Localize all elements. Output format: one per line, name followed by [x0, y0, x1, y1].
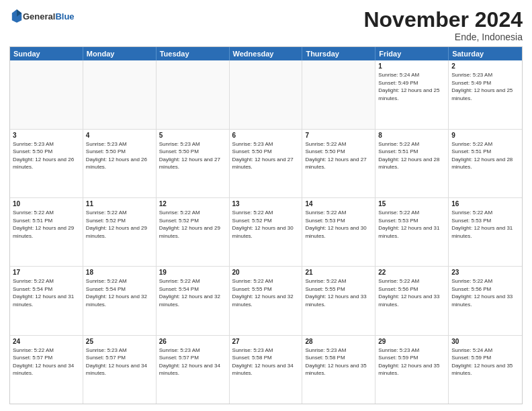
- cal-cell-r4-c0: 24Sunrise: 5:22 AM Sunset: 5:57 PM Dayli…: [10, 336, 83, 404]
- day-number-11: 11: [86, 200, 153, 208]
- cal-cell-r3-c1: 18Sunrise: 5:22 AM Sunset: 5:54 PM Dayli…: [83, 267, 157, 334]
- cal-cell-r2-c2: 12Sunrise: 5:22 AM Sunset: 5:52 PM Dayli…: [157, 198, 230, 266]
- day-number-24: 24: [13, 338, 80, 345]
- cal-cell-r1-c5: 8Sunrise: 5:22 AM Sunset: 5:51 PM Daylig…: [375, 130, 449, 197]
- cal-row-3: 17Sunrise: 5:22 AM Sunset: 5:54 PM Dayli…: [10, 266, 522, 334]
- calendar-title: November 2024: [363, 8, 523, 32]
- day-number-13: 13: [232, 200, 300, 208]
- day-number-16: 16: [451, 200, 519, 208]
- day-info-9: Sunrise: 5:22 AM Sunset: 5:51 PM Dayligh…: [451, 140, 519, 171]
- cal-cell-r0-c4: [302, 60, 375, 128]
- cal-cell-r3-c2: 19Sunrise: 5:22 AM Sunset: 5:54 PM Dayli…: [157, 267, 230, 334]
- day-number-15: 15: [378, 200, 445, 208]
- header-friday: Friday: [375, 47, 449, 60]
- day-info-14: Sunrise: 5:22 AM Sunset: 5:53 PM Dayligh…: [305, 209, 372, 240]
- cal-cell-r4-c2: 26Sunrise: 5:23 AM Sunset: 5:57 PM Dayli…: [157, 336, 230, 404]
- calendar-location: Ende, Indonesia: [363, 32, 523, 42]
- cal-row-4: 24Sunrise: 5:22 AM Sunset: 5:57 PM Dayli…: [10, 335, 522, 404]
- day-number-17: 17: [13, 269, 80, 276]
- cal-cell-r4-c5: 29Sunrise: 5:23 AM Sunset: 5:59 PM Dayli…: [375, 336, 449, 404]
- cal-cell-r0-c3: [230, 60, 303, 128]
- page: GeneralBlue November 2024 Ende, Indonesi…: [0, 0, 532, 411]
- day-number-2: 2: [451, 62, 519, 70]
- day-info-24: Sunrise: 5:22 AM Sunset: 5:57 PM Dayligh…: [13, 347, 80, 377]
- day-info-3: Sunrise: 5:23 AM Sunset: 5:50 PM Dayligh…: [13, 140, 80, 171]
- cal-cell-r1-c4: 7Sunrise: 5:22 AM Sunset: 5:50 PM Daylig…: [302, 130, 375, 197]
- cal-cell-r1-c1: 4Sunrise: 5:23 AM Sunset: 5:50 PM Daylig…: [83, 130, 157, 197]
- day-number-4: 4: [86, 132, 153, 139]
- cal-cell-r1-c0: 3Sunrise: 5:23 AM Sunset: 5:50 PM Daylig…: [10, 130, 83, 197]
- day-info-11: Sunrise: 5:22 AM Sunset: 5:52 PM Dayligh…: [86, 209, 153, 240]
- header-thursday: Thursday: [302, 47, 375, 60]
- day-number-12: 12: [159, 200, 226, 208]
- cal-cell-r3-c6: 23Sunrise: 5:22 AM Sunset: 5:56 PM Dayli…: [449, 267, 522, 334]
- cal-cell-r0-c6: 2Sunrise: 5:23 AM Sunset: 5:49 PM Daylig…: [449, 60, 522, 128]
- logo-general-text: General: [23, 11, 55, 21]
- cal-row-2: 10Sunrise: 5:22 AM Sunset: 5:51 PM Dayli…: [10, 197, 522, 266]
- cal-cell-r3-c0: 17Sunrise: 5:22 AM Sunset: 5:54 PM Dayli…: [10, 267, 83, 334]
- cal-cell-r0-c1: [83, 60, 157, 128]
- header-saturday: Saturday: [449, 47, 522, 60]
- cal-cell-r0-c5: 1Sunrise: 5:24 AM Sunset: 5:49 PM Daylig…: [375, 60, 449, 128]
- day-number-1: 1: [378, 62, 445, 70]
- day-info-2: Sunrise: 5:23 AM Sunset: 5:49 PM Dayligh…: [451, 71, 519, 102]
- cal-cell-r3-c3: 20Sunrise: 5:22 AM Sunset: 5:55 PM Dayli…: [230, 267, 303, 334]
- calendar-header: Sunday Monday Tuesday Wednesday Thursday…: [10, 47, 522, 60]
- cal-cell-r2-c4: 14Sunrise: 5:22 AM Sunset: 5:53 PM Dayli…: [302, 198, 375, 266]
- day-number-9: 9: [451, 132, 519, 139]
- day-info-20: Sunrise: 5:22 AM Sunset: 5:55 PM Dayligh…: [232, 277, 300, 308]
- logo-blue-text: Blue: [55, 11, 74, 21]
- cal-cell-r4-c4: 28Sunrise: 5:23 AM Sunset: 5:58 PM Dayli…: [302, 336, 375, 404]
- day-number-29: 29: [378, 338, 445, 345]
- day-info-19: Sunrise: 5:22 AM Sunset: 5:54 PM Dayligh…: [159, 277, 226, 308]
- header-sunday: Sunday: [10, 47, 83, 60]
- day-info-25: Sunrise: 5:23 AM Sunset: 5:57 PM Dayligh…: [86, 347, 153, 377]
- calendar: Sunday Monday Tuesday Wednesday Thursday…: [9, 46, 523, 404]
- day-number-5: 5: [159, 132, 226, 139]
- day-number-28: 28: [305, 338, 372, 345]
- header-monday: Monday: [83, 47, 157, 60]
- day-info-16: Sunrise: 5:22 AM Sunset: 5:53 PM Dayligh…: [451, 209, 519, 240]
- day-info-10: Sunrise: 5:22 AM Sunset: 5:51 PM Dayligh…: [13, 209, 80, 240]
- day-info-15: Sunrise: 5:22 AM Sunset: 5:53 PM Dayligh…: [378, 209, 445, 240]
- day-info-30: Sunrise: 5:24 AM Sunset: 5:59 PM Dayligh…: [451, 347, 519, 377]
- cal-cell-r0-c2: [157, 60, 230, 128]
- cal-cell-r3-c4: 21Sunrise: 5:22 AM Sunset: 5:55 PM Dayli…: [302, 267, 375, 334]
- day-number-14: 14: [305, 200, 372, 208]
- day-number-19: 19: [159, 269, 226, 276]
- day-info-5: Sunrise: 5:23 AM Sunset: 5:50 PM Dayligh…: [159, 140, 226, 171]
- cal-cell-r4-c1: 25Sunrise: 5:23 AM Sunset: 5:57 PM Dayli…: [83, 336, 157, 404]
- day-info-21: Sunrise: 5:22 AM Sunset: 5:55 PM Dayligh…: [305, 277, 372, 308]
- day-number-22: 22: [378, 269, 445, 276]
- cal-cell-r1-c3: 6Sunrise: 5:23 AM Sunset: 5:50 PM Daylig…: [230, 130, 303, 197]
- day-number-18: 18: [86, 269, 153, 276]
- day-info-18: Sunrise: 5:22 AM Sunset: 5:54 PM Dayligh…: [86, 277, 153, 308]
- day-info-7: Sunrise: 5:22 AM Sunset: 5:50 PM Dayligh…: [305, 140, 372, 171]
- day-info-28: Sunrise: 5:23 AM Sunset: 5:58 PM Dayligh…: [305, 347, 372, 377]
- cal-row-0: 1Sunrise: 5:24 AM Sunset: 5:49 PM Daylig…: [10, 60, 522, 128]
- cal-cell-r4-c6: 30Sunrise: 5:24 AM Sunset: 5:59 PM Dayli…: [449, 336, 522, 404]
- day-number-7: 7: [305, 132, 372, 139]
- day-number-6: 6: [232, 132, 300, 139]
- day-info-23: Sunrise: 5:22 AM Sunset: 5:56 PM Dayligh…: [451, 277, 519, 308]
- cal-cell-r2-c0: 10Sunrise: 5:22 AM Sunset: 5:51 PM Dayli…: [10, 198, 83, 266]
- day-info-27: Sunrise: 5:23 AM Sunset: 5:58 PM Dayligh…: [232, 347, 300, 377]
- day-number-25: 25: [86, 338, 153, 345]
- logo: GeneralBlue: [9, 8, 75, 26]
- day-info-17: Sunrise: 5:22 AM Sunset: 5:54 PM Dayligh…: [13, 277, 80, 308]
- cal-cell-r2-c1: 11Sunrise: 5:22 AM Sunset: 5:52 PM Dayli…: [83, 198, 157, 266]
- header-wednesday: Wednesday: [230, 47, 303, 60]
- day-number-30: 30: [451, 338, 519, 345]
- day-info-29: Sunrise: 5:23 AM Sunset: 5:59 PM Dayligh…: [378, 347, 445, 377]
- cal-cell-r2-c3: 13Sunrise: 5:22 AM Sunset: 5:52 PM Dayli…: [230, 198, 303, 266]
- day-info-6: Sunrise: 5:23 AM Sunset: 5:50 PM Dayligh…: [232, 140, 300, 171]
- title-block: November 2024 Ende, Indonesia: [363, 8, 523, 42]
- day-info-12: Sunrise: 5:22 AM Sunset: 5:52 PM Dayligh…: [159, 209, 226, 240]
- cal-cell-r3-c5: 22Sunrise: 5:22 AM Sunset: 5:56 PM Dayli…: [375, 267, 449, 334]
- day-number-27: 27: [232, 338, 300, 345]
- day-number-20: 20: [232, 269, 300, 276]
- cal-cell-r2-c5: 15Sunrise: 5:22 AM Sunset: 5:53 PM Dayli…: [375, 198, 449, 266]
- header: GeneralBlue November 2024 Ende, Indonesi…: [9, 8, 523, 42]
- header-tuesday: Tuesday: [157, 47, 230, 60]
- day-number-3: 3: [13, 132, 80, 139]
